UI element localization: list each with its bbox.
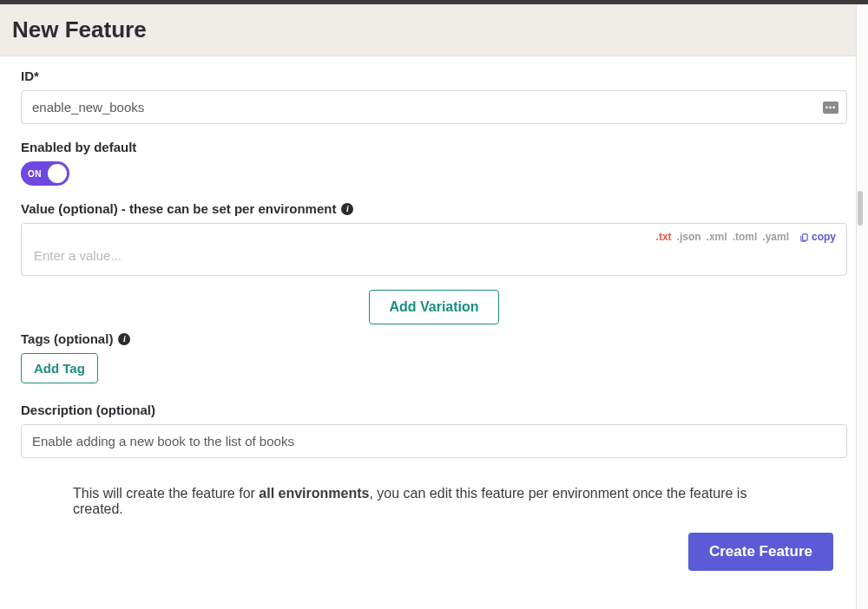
tags-label-text: Tags (optional) — [21, 331, 113, 346]
add-variation-row: Add Variation — [21, 290, 847, 324]
svg-rect-0 — [803, 233, 808, 239]
form-content: ID* ••• Enabled by default ON Value (opt… — [0, 56, 868, 588]
id-field: ID* ••• — [21, 69, 847, 124]
add-variation-button[interactable]: Add Variation — [369, 290, 498, 324]
copy-label: copy — [812, 231, 836, 243]
value-box: .txt .json .xml .toml .yaml copy — [21, 223, 847, 276]
id-label: ID* — [21, 69, 847, 83]
ellipsis-icon[interactable]: ••• — [823, 102, 838, 114]
value-label-text: Value (optional) - these can be set per … — [21, 201, 336, 216]
format-list: .txt .json .xml .toml .yaml copy — [22, 224, 846, 243]
id-input-wrap: ••• — [21, 90, 847, 124]
footer-actions: Create Feature — [21, 533, 847, 571]
tags-label: Tags (optional) i — [21, 331, 847, 346]
info-icon[interactable]: i — [118, 333, 130, 345]
description-field: Description (optional) — [21, 403, 847, 458]
format-xml[interactable]: .xml — [707, 231, 727, 243]
format-toml[interactable]: .toml — [733, 231, 758, 243]
id-input[interactable] — [21, 90, 847, 124]
modal-header: New Feature — [0, 4, 868, 56]
format-yaml[interactable]: .yaml — [762, 231, 789, 243]
note-bold: all environments — [259, 486, 369, 501]
format-txt[interactable]: .txt — [656, 231, 672, 243]
note-prefix: This will create the feature for — [73, 486, 259, 501]
create-feature-button[interactable]: Create Feature — [688, 533, 833, 571]
page-title: New Feature — [12, 16, 856, 43]
tags-field: Tags (optional) i Add Tag — [21, 331, 847, 383]
env-note: This will create the feature for all env… — [21, 474, 847, 533]
clipboard-icon — [799, 232, 809, 242]
value-field: Value (optional) - these can be set per … — [21, 201, 847, 276]
toggle-state-label: ON — [28, 169, 42, 179]
scrollbar-thumb[interactable] — [858, 191, 863, 226]
info-icon[interactable]: i — [341, 203, 353, 215]
description-input[interactable] — [21, 424, 847, 458]
enabled-field: Enabled by default ON — [21, 140, 847, 186]
toggle-knob — [48, 164, 67, 183]
value-input[interactable] — [22, 243, 846, 275]
format-json[interactable]: .json — [677, 231, 701, 243]
enabled-toggle[interactable]: ON — [21, 161, 69, 186]
enabled-label: Enabled by default — [21, 140, 847, 154]
scrollbar-track[interactable] — [856, 4, 868, 609]
value-label: Value (optional) - these can be set per … — [21, 201, 847, 216]
description-label: Description (optional) — [21, 403, 847, 417]
copy-button[interactable]: copy — [799, 231, 836, 243]
add-tag-button[interactable]: Add Tag — [21, 353, 98, 383]
